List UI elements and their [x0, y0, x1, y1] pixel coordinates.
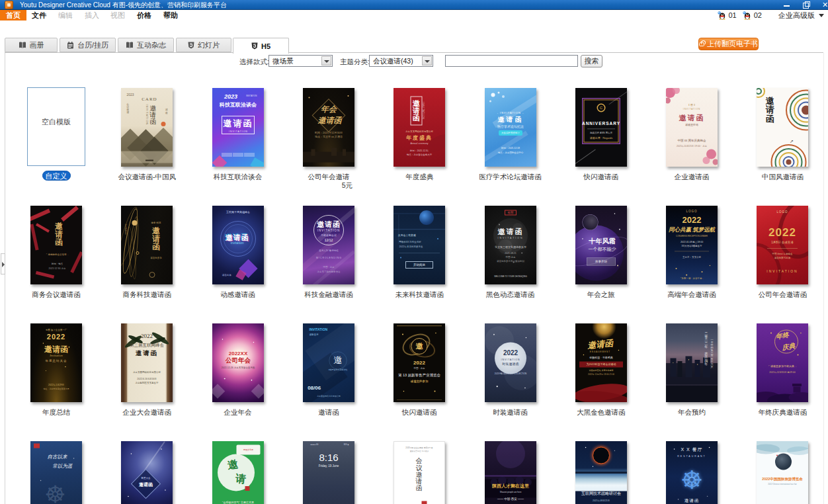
thumb-art-layer: 诚邀您的参与见证摇滚时刻	[497, 259, 524, 262]
thumb-art-layer: 北京朝阳区某某宴会厅	[136, 381, 159, 384]
thumb-art-layer	[303, 152, 354, 163]
thumb-art-layer	[251, 380, 252, 381]
template-card: 2018 中欧企业家峰会 第四次年会暨某名誉论坛 北京会议会议邀请函	[374, 441, 465, 504]
template-thumbnail[interactable]: 十年风霜一个都不能少故事开始	[575, 206, 627, 284]
thumbnail-artwork: 2022第三届互联网峰会邀请函北京某图网络科技有限公司2022.6.16 6月1…	[121, 323, 173, 402]
thumb-art-layer: 诚邀出席 · Regards	[589, 137, 612, 140]
template-thumbnail[interactable]: 2022INVITATION时装邀请函2023 FALL&WINTER COLL…	[485, 323, 536, 402]
template-thumbnail[interactable]: ●●●●● 4G86% ▮8:16Friday, 19 June	[303, 441, 354, 504]
template-thumbnail[interactable]: X X 餐厅RESTAURANT☸邀请函	[666, 441, 718, 504]
thumb-art-layer: 8:16	[319, 452, 338, 463]
thumb-art-layer: 超级品牌 ANN 周年庆	[590, 132, 612, 134]
template-thumbnail[interactable]: 2022XX公司年会2022-12-26 北京某某饭店邀请函	[212, 323, 264, 402]
thumb-art-layer: 年会	[321, 105, 337, 114]
template-card: Invitation商务·科技邀请函诚邀您参加商务科技邀请函	[101, 206, 192, 299]
template-thumbnail[interactable]: INVITATION诚挚邀请邀x城投资助力高峰论坛08/06北京某图网络科技有限…	[303, 323, 354, 402]
template-thumbnail[interactable]: 2022中国国际旅游博览会2022 Chinese international …	[757, 441, 808, 504]
thumbnail-artwork: 邀请函INVITATION年终金融会议12/12邀请人刘' 敬请光临M I C …	[303, 206, 354, 284]
template-thumbnail[interactable]: 聚星大会邀请函	[121, 441, 173, 504]
customize-button[interactable]: 自定义	[42, 171, 71, 181]
template-card: - INVITATION -邀请函医疗学术论坛纪念大会议程安排如下时间：2021…	[465, 88, 556, 181]
thumbnail-artwork: 有图 旗下企业第一厂2022邀请函Invitation年度总结大会2022年1月…	[30, 323, 82, 402]
template-thumbnail[interactable]: 有图 旗下企业第一厂2022邀请函Invitation年度总结大会2022年1月…	[30, 323, 82, 402]
thumbnail-artwork: 年会邀请函时间：2021年12月30日地点：北京市 xx 大酒店	[303, 88, 354, 167]
template-thumbnail[interactable]: 邀请函↗	[757, 88, 808, 167]
thumb-art-layer: 2022.6.16 6月16日	[138, 377, 157, 380]
thumb-art-layer: 2023	[127, 93, 134, 97]
thumb-art-layer	[802, 105, 808, 114]
thumb-art-layer: RESTAURANT	[677, 455, 706, 458]
thumb-art-layer: 有图 旗下企业第一厂	[46, 329, 67, 331]
template-thumbnail[interactable]: 互联网年度高端峰会邀请函邀请函邀请函Invitation诚邀出席	[212, 206, 264, 284]
thumb-art-layer: 邀请函	[223, 119, 253, 128]
thumb-art-layer	[343, 149, 346, 156]
thumb-art-layer	[614, 450, 614, 451]
thumb-art-layer: 互联网技术战略研讨会	[581, 491, 621, 495]
thumbnail-artwork: 邀请函ENGAGEMENT创新科技 · 年终盛典为2022科技年终会议邀动诚邀各…	[575, 323, 627, 402]
template-thumbnail[interactable]: 年终庆典「 诚邀您参加年终庆典 」2021年12月31日 晚19:00	[757, 323, 808, 402]
thumb-art-layer: 地点：北京市 xx 大酒店	[315, 136, 343, 138]
template-label: 年会之旅	[556, 290, 647, 299]
thumb-art-layer	[525, 337, 526, 339]
template-thumbnail[interactable]: 自古以来常以为遥☸	[30, 441, 82, 504]
template-thumbnail[interactable]: 邀请函INVITATION年终金融会议12/12邀请人刘' 敬请光临M I C …	[303, 206, 354, 284]
panel-expand-handle[interactable]	[1, 253, 5, 274]
template-thumbnail[interactable]: 邀请函INVITATION北京某某网络科技有限公司年度盛典Annual cere…	[393, 88, 445, 167]
template-card: 十年风霜一个都不能少故事开始年会之旅	[556, 206, 647, 299]
template-label: 商务会议邀请函	[11, 290, 102, 299]
template-thumbnail[interactable]: 邀请函ENGAGEMENT创新科技 · 年终盛典为2022科技年终会议邀动诚邀各…	[575, 323, 627, 402]
thumb-art-layer	[710, 265, 711, 267]
thumb-art-layer	[709, 447, 710, 448]
thumb-art-layer	[36, 271, 54, 279]
template-label: 企业邀请函	[646, 173, 737, 181]
template-thumbnail[interactable]: 邀2022中国 · 北京第 13 届新零售产业博览会诚邀您的参加	[393, 323, 445, 402]
thumb-art-layer: 2021·12·30 北京	[49, 267, 66, 270]
thumb-art-layer: 故事开始	[595, 260, 607, 263]
thumb-art-layer	[244, 153, 255, 157]
template-thumbnail[interactable]: - INVITATION -邀请函医疗学术论坛纪念大会议程安排如下时间：2021…	[485, 88, 536, 167]
template-thumbnail[interactable]: 年会邀请函时间：2021年12月30日地点：北京市 xx 大酒店	[303, 88, 354, 167]
thumb-art-layer	[233, 153, 243, 157]
thumb-art-layer: 一年中的第三百五十六天	[711, 339, 714, 368]
template-thumbnail[interactable]: 有图文化展邀请“会呼吸的空气” 主题艺术展时间：2022年5月1日地点：北京市朝…	[212, 441, 264, 504]
thumb-art-layer: INVITATION	[309, 328, 327, 331]
template-label: 年会预约	[646, 408, 737, 417]
tab-active-5[interactable]: H5	[233, 38, 289, 54]
blank-template[interactable]: 空白模版	[27, 87, 85, 166]
template-thumbnail[interactable]: 邀请函「 高端商务会议专用 」时间 · 地点2021·12·30 北京	[30, 206, 82, 284]
thumbnail-artwork: ●●●●● 4G86% ▮8:16Friday, 19 June	[303, 441, 354, 504]
template-label: 会议邀请函-中国风	[101, 173, 192, 181]
template-thumbnail[interactable]: 二零二二年 农历四年一年中的第三百五十六天	[666, 323, 718, 402]
template-thumbnail[interactable]: 发布会 | 嘉宾邀尊敬的XX 刘先生你好2022年未来科技发布会开始阅览	[393, 206, 445, 284]
template-card: 邀请函ENGAGEMENT创新科技 · 年终盛典为2022科技年终会议邀动诚邀各…	[556, 323, 647, 417]
thumb-art-layer	[65, 366, 66, 368]
thumb-art-layer: 自古以来	[48, 454, 67, 460]
thumb-art-layer	[422, 501, 427, 504]
thumb-art-layer	[702, 271, 703, 273]
template-thumbnail[interactable]: 2023INVITATION科技互联洽谈会邀请函I N V I T A T I …	[212, 88, 264, 167]
thumb-art-layer	[46, 370, 46, 371]
thumb-art-layer	[676, 268, 677, 269]
thumb-art-layer: x城投资助力高峰论坛	[329, 369, 348, 371]
thumb-art-layer: 2023 FALL&WINTER COLLECTION	[494, 373, 526, 375]
template-thumbnail[interactable]: 【 图 】INVITATION邀请函诚邀您莅临中国 xx 周年庆典晚会2021年…	[666, 88, 718, 167]
template-thumbnail[interactable]: Invitation商务·科技邀请函诚邀您参加	[121, 206, 173, 284]
thumb-art-layer: 北京某某网络科技有限公司	[405, 130, 433, 133]
thumb-art-layer: 发布会 | 嘉宾邀	[398, 234, 416, 237]
thumb-art-layer	[675, 251, 709, 252]
template-thumbnail[interactable]: 有图邀请函INVITATION北京第三届文化潮流音乐节2021.08.21中国·…	[485, 206, 536, 284]
template-thumbnail[interactable]: LOGO20221月8日 全球直播中国 ifenxi 年度峰会诚邀您拨冗出席IN…	[757, 206, 808, 284]
thumb-art-layer: 2021年10月21日 19:00 · 北京	[677, 145, 707, 147]
template-thumbnail[interactable]: CANNIVERSARY超级品牌 ANN 周年庆诚邀出席 · Regards	[575, 88, 627, 167]
template-thumbnail[interactable]: LOGO2022同心共赢 筑梦远航CONGRESS RECEPTION DINN…	[666, 206, 718, 284]
template-thumbnail[interactable]: 陕西人才聚在这里Shaanxi people are here—— 中国·西安 …	[485, 441, 536, 504]
template-thumbnail[interactable]: 2022第三届互联网峰会邀请函北京某图网络科技有限公司2022.6.16 6月1…	[121, 323, 173, 402]
template-thumbnail[interactable]: 互联网技术战略研讨会2021年08月21日	[575, 441, 627, 504]
thumbnail-artwork: 邀请函「 高端商务会议专用 」时间 · 地点2021·12·30 北京	[30, 206, 82, 284]
thumb-art-layer: INVITATION	[501, 358, 520, 361]
template-thumbnail[interactable]: 2023会议邀请CARD邀请函INVITATION诚邀	[121, 88, 173, 167]
thumbnail-artwork: 自古以来常以为遥☸	[30, 441, 82, 504]
template-thumbnail[interactable]: 2018 中欧企业家峰会 第四次年会暨某名誉论坛 北京会议会议邀请函	[393, 441, 445, 504]
thumb-art-layer: 主办方：某某公司	[683, 255, 701, 258]
thumb-art-layer: 邀请函	[497, 228, 523, 235]
